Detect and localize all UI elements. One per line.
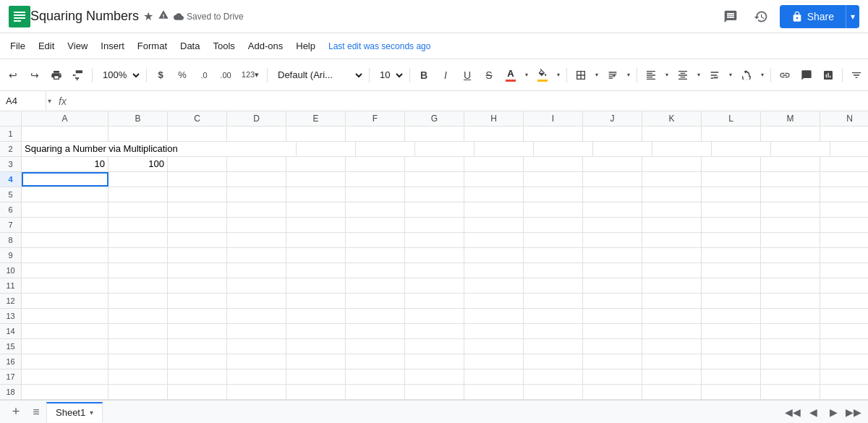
menu-insert[interactable]: Insert [95, 38, 130, 54]
sheet-tab[interactable]: Sheet1 ▾ [46, 402, 103, 422]
rotate-dropdown[interactable]: ▾ [758, 65, 767, 85]
sheet-tab-dropdown[interactable]: ▾ [90, 409, 93, 416]
font-name-select[interactable]: Default (Ari... Arial Times New Roman [271, 65, 365, 85]
decimal-decrease-button[interactable]: .0 [194, 65, 214, 85]
cell-a2[interactable]: Squaring a Number via Multiplication [22, 142, 297, 156]
star-icon[interactable]: ★ [143, 9, 153, 23]
fill-color-dropdown[interactable]: ▾ [554, 65, 563, 85]
menu-view[interactable]: View [61, 38, 93, 54]
cell-n4[interactable] [820, 172, 868, 187]
cell-b1[interactable] [109, 127, 168, 141]
text-color-dropdown[interactable]: ▾ [522, 65, 531, 85]
comment-toolbar-button[interactable] [796, 65, 817, 85]
valign-button[interactable] [673, 65, 693, 85]
underline-button[interactable]: U [457, 65, 477, 85]
cell-h4[interactable] [464, 172, 524, 187]
col-header-m[interactable]: M [761, 111, 820, 126]
more-formats-button[interactable]: 123▾ [237, 65, 263, 85]
cell-k3[interactable] [642, 157, 702, 171]
menu-tools[interactable]: Tools [207, 38, 240, 54]
drive-icon[interactable] [158, 9, 169, 24]
paint-format-button[interactable] [68, 65, 88, 85]
sheets-menu-button[interactable]: ≡ [26, 402, 46, 422]
cell-d1[interactable] [227, 127, 286, 141]
last-edit-status[interactable]: Last edit was seconds ago [328, 41, 430, 51]
nav-last-button[interactable]: ▶▶ [845, 403, 862, 421]
menu-addons[interactable]: Add-ons [242, 38, 289, 54]
cell-c2[interactable] [356, 142, 415, 156]
merge-button[interactable] [603, 65, 623, 85]
col-header-l[interactable]: L [702, 111, 761, 126]
cell-l4[interactable] [702, 172, 761, 187]
cell-l3[interactable] [702, 157, 761, 171]
cell-reference[interactable] [3, 91, 46, 111]
undo-button[interactable]: ↩ [3, 65, 23, 85]
col-header-k[interactable]: K [642, 111, 702, 126]
cell-a3[interactable]: 10 [22, 157, 109, 171]
formula-input[interactable] [72, 95, 865, 106]
print-button[interactable] [46, 65, 67, 85]
chart-button[interactable] [818, 65, 838, 85]
col-header-c[interactable]: C [168, 111, 227, 126]
menu-help[interactable]: Help [290, 38, 321, 54]
cell-i4[interactable] [524, 172, 583, 187]
cell-g3[interactable] [405, 157, 464, 171]
cell-b4[interactable] [109, 172, 168, 187]
cell-c4[interactable] [168, 172, 227, 187]
nav-next-button[interactable]: ▶ [825, 403, 842, 421]
cell-m3[interactable] [761, 157, 820, 171]
col-header-g[interactable]: G [405, 111, 464, 126]
cell-f4[interactable] [346, 172, 405, 187]
cell-g4[interactable] [405, 172, 464, 187]
cell-g2[interactable] [593, 142, 652, 156]
redo-button[interactable]: ↪ [25, 65, 45, 85]
menu-edit[interactable]: Edit [33, 38, 60, 54]
cell-j3[interactable] [583, 157, 642, 171]
menu-format[interactable]: Format [132, 38, 173, 54]
col-header-a[interactable]: A [22, 111, 109, 126]
cell-e2[interactable] [475, 142, 534, 156]
cell-a5[interactable] [22, 187, 109, 202]
cell-a4[interactable] [22, 172, 109, 187]
col-header-j[interactable]: J [583, 111, 642, 126]
share-button[interactable]: Share [780, 5, 846, 28]
currency-button[interactable]: $ [150, 65, 171, 85]
zoom-select[interactable]: 100% 75% 50% 125% 150% [96, 65, 142, 85]
menu-file[interactable]: File [4, 38, 31, 54]
strikethrough-button[interactable]: S [479, 65, 499, 85]
borders-button[interactable] [571, 65, 591, 85]
cell-m4[interactable] [761, 172, 820, 187]
nav-left-button[interactable]: ◀◀ [784, 403, 801, 421]
share-dropdown-button[interactable]: ▾ [846, 5, 859, 28]
cell-f3[interactable] [346, 157, 405, 171]
cell-j1[interactable] [583, 127, 642, 141]
fill-color-button[interactable] [532, 65, 553, 85]
cell-h1[interactable] [464, 127, 524, 141]
cell-i2[interactable] [712, 142, 771, 156]
cell-d2[interactable] [415, 142, 475, 156]
halign-button[interactable] [641, 65, 661, 85]
cell-k2[interactable] [830, 142, 868, 156]
cell-b3[interactable]: 100 [109, 157, 168, 171]
cell-a1[interactable] [22, 127, 109, 141]
filter-button[interactable] [846, 65, 867, 85]
wrap-dropdown[interactable]: ▾ [726, 65, 735, 85]
italic-button[interactable]: I [435, 65, 456, 85]
cell-k1[interactable] [642, 127, 702, 141]
col-header-f[interactable]: F [346, 111, 405, 126]
bold-button[interactable]: B [414, 65, 434, 85]
col-header-d[interactable]: D [227, 111, 286, 126]
cell-k4[interactable] [642, 172, 702, 187]
cell-h3[interactable] [464, 157, 524, 171]
font-size-select[interactable]: 10 8 9 12 14 [373, 65, 406, 85]
cell-n3[interactable] [820, 157, 868, 171]
menu-data[interactable]: Data [174, 38, 205, 54]
cell-j4[interactable] [583, 172, 642, 187]
comment-button[interactable] [719, 5, 742, 28]
cell-b2[interactable] [297, 142, 356, 156]
cell-i3[interactable] [524, 157, 583, 171]
col-header-h[interactable]: H [464, 111, 524, 126]
cell-n1[interactable] [820, 127, 868, 141]
rotate-button[interactable] [736, 65, 757, 85]
cell-ref-dropdown[interactable]: ▾ [46, 97, 53, 105]
